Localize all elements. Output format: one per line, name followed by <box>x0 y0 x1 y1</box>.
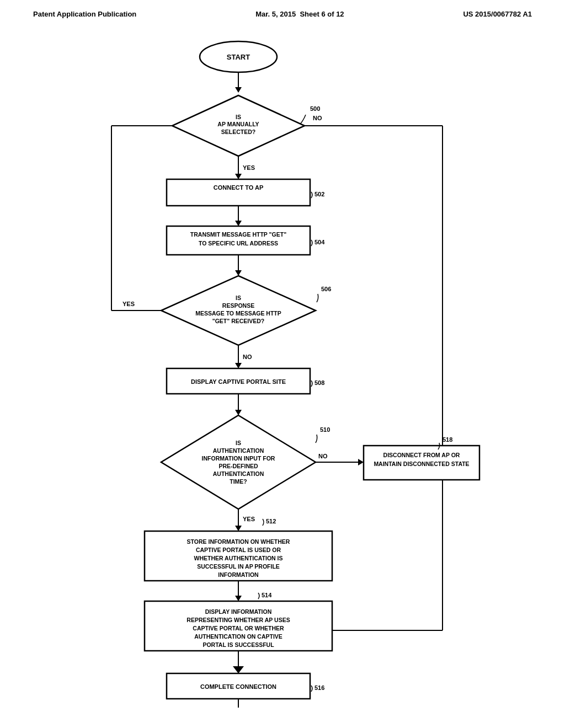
svg-text:502: 502 <box>315 191 324 197</box>
svg-text:516: 516 <box>315 684 324 691</box>
label-500: 500 <box>310 105 320 112</box>
svg-text:TIME?: TIME? <box>230 478 247 485</box>
header-right: US 2015/0067782 A1 <box>463 10 532 18</box>
svg-marker-8 <box>235 174 242 179</box>
svg-text:AUTHENTICATION ON CAPTIVE: AUTHENTICATION ON CAPTIVE <box>194 633 282 640</box>
svg-text:COMPLETE CONNECTION: COMPLETE CONNECTION <box>200 683 276 690</box>
header-left: Patent Application Publication <box>33 10 136 18</box>
svg-text:518: 518 <box>443 436 452 443</box>
svg-text:PORTAL IS SUCCESSFUL: PORTAL IS SUCCESSFUL <box>202 641 274 648</box>
svg-text:REPRESENTING WHETHER AP USES: REPRESENTING WHETHER AP USES <box>186 617 290 623</box>
svg-marker-70 <box>235 596 242 601</box>
svg-marker-80 <box>233 666 244 673</box>
svg-text:IS: IS <box>236 114 241 120</box>
svg-marker-19 <box>235 221 242 226</box>
svg-marker-37 <box>235 363 242 368</box>
svg-text:NO: NO <box>318 453 328 459</box>
svg-text:MESSAGE TO MESSAGE HTTP: MESSAGE TO MESSAGE HTTP <box>195 310 281 317</box>
svg-text:AP MANUALLY: AP MANUALLY <box>217 121 259 127</box>
svg-marker-53 <box>358 459 364 465</box>
svg-text:YES: YES <box>122 301 135 307</box>
diagram-container: START IS AP MANUALLY SELECTED? 500 YES N… <box>0 24 565 713</box>
svg-text:YES: YES <box>243 516 255 522</box>
svg-text:IS: IS <box>236 440 241 446</box>
svg-text:NO: NO <box>243 354 252 360</box>
svg-text:RESPONSE: RESPONSE <box>222 302 254 309</box>
svg-text:WHETHER AUTHENTICATION IS: WHETHER AUTHENTICATION IS <box>194 555 283 561</box>
svg-text:STORE INFORMATION ON WHETHER: STORE INFORMATION ON WHETHER <box>187 538 290 545</box>
svg-text:DISCONNECT FROM AP OR: DISCONNECT FROM AP OR <box>383 452 460 458</box>
svg-text:AUTHENTICATION: AUTHENTICATION <box>213 470 264 477</box>
svg-text:DISPLAY INFORMATION: DISPLAY INFORMATION <box>205 608 272 615</box>
svg-text:INFORMATION: INFORMATION <box>218 571 258 578</box>
svg-text:MAINTAIN DISCONNECTED STATE: MAINTAIN DISCONNECTED STATE <box>374 461 469 467</box>
page-wrapper: Patent Application Publication Mar. 5, 2… <box>0 0 565 713</box>
svg-text:SUCCESSFUL IN AP PROFILE: SUCCESSFUL IN AP PROFILE <box>197 563 280 570</box>
svg-text:CAPTIVE PORTAL OR WHETHER: CAPTIVE PORTAL OR WHETHER <box>193 625 284 631</box>
svg-text:CAPTIVE PORTAL IS USED OR: CAPTIVE PORTAL IS USED OR <box>196 547 281 553</box>
svg-text:DISPLAY CAPTIVE PORTAL SITE: DISPLAY CAPTIVE PORTAL SITE <box>191 378 286 385</box>
svg-text:CONNECT TO AP: CONNECT TO AP <box>214 184 263 191</box>
svg-text:510: 510 <box>320 426 330 433</box>
svg-text:SELECTED?: SELECTED? <box>221 129 255 135</box>
svg-marker-60 <box>235 526 242 531</box>
svg-text:"GET" RECEIVED?: "GET" RECEIVED? <box>212 318 265 324</box>
page-header: Patent Application Publication Mar. 5, 2… <box>0 0 565 24</box>
svg-text:514: 514 <box>262 592 272 598</box>
svg-rect-15 <box>167 179 310 206</box>
svg-marker-2 <box>235 87 242 93</box>
svg-text:INFORMATION INPUT FOR: INFORMATION INPUT FOR <box>202 455 275 462</box>
svg-text:506: 506 <box>321 286 331 292</box>
header-middle-date: Mar. 5, 2015 Sheet 6 of 12 <box>255 10 344 18</box>
svg-text:TRANSMIT MESSAGE HTTP "GET": TRANSMIT MESSAGE HTTP "GET" <box>190 231 286 238</box>
svg-marker-44 <box>161 415 316 509</box>
svg-text:IS: IS <box>236 295 241 301</box>
svg-text:NO: NO <box>313 115 322 121</box>
svg-text:AUTHENTICATION: AUTHENTICATION <box>213 447 264 454</box>
flowchart-svg: START IS AP MANUALLY SELECTED? 500 YES N… <box>67 29 498 708</box>
svg-text:PRE-DEFINED: PRE-DEFINED <box>218 463 258 469</box>
svg-text:TO SPECIFIC URL ADDRESS: TO SPECIFIC URL ADDRESS <box>199 240 278 247</box>
svg-text:504: 504 <box>315 239 325 245</box>
start-label: START <box>227 53 250 61</box>
svg-text:YES: YES <box>243 164 255 171</box>
svg-text:508: 508 <box>315 379 324 386</box>
svg-marker-25 <box>235 270 242 276</box>
svg-text:512: 512 <box>266 518 276 524</box>
svg-marker-43 <box>235 410 242 415</box>
